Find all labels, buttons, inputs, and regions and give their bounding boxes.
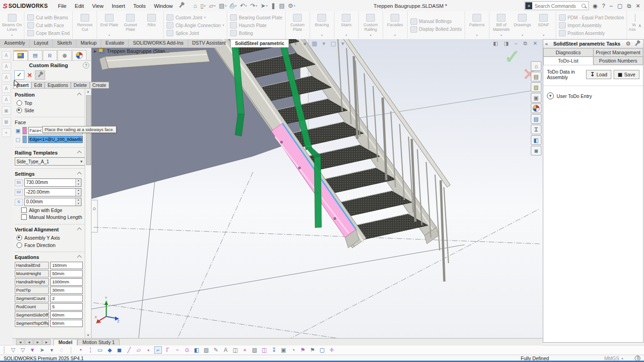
- image-icon[interactable]: ▣: [280, 347, 287, 353]
- tab-layout[interactable]: Layout: [30, 39, 53, 47]
- dropdown-icon[interactable]: ▾: [245, 4, 247, 8]
- ribbon-button-custom-plate[interactable]: Custom Plate: [287, 12, 308, 38]
- balloon-icon[interactable]: A: [2, 73, 11, 82]
- dropdown-icon[interactable]: ▾: [225, 4, 227, 8]
- globe-icon[interactable]: [635, 356, 640, 361]
- model-3d-scene[interactable]: X Y Z: [91, 39, 543, 344]
- value-input[interactable]: -220.00mm▲▼: [24, 188, 81, 196]
- minimize-doc-icon[interactable]: –: [515, 40, 518, 46]
- user-account-icon[interactable]: ◉: [592, 3, 597, 9]
- collapse-chevron-icon[interactable]: [77, 227, 82, 232]
- save-icon[interactable]: ▤▾: [218, 2, 228, 9]
- railing-template-select[interactable]: Side_Type_A_1▼: [15, 157, 85, 166]
- menu-tools[interactable]: Tools: [130, 2, 150, 10]
- dropdown-icon[interactable]: ▾: [266, 4, 268, 8]
- dropdown-icon[interactable]: ▾: [394, 34, 396, 37]
- corner-rectangle-icon[interactable]: ⌐: [155, 347, 161, 353]
- tab-solidworks-add-ins[interactable]: SOLIDWORKS Add-Ins: [129, 39, 188, 47]
- ribbon-button-import-assembly[interactable]: Import Assembly: [558, 22, 626, 29]
- equation-name[interactable]: SegmentSideOffset: [15, 311, 49, 319]
- equation-value-input[interactable]: 5: [50, 303, 83, 310]
- selection-filter-icon[interactable]: ▽: [10, 347, 17, 353]
- ribbon-button-beams-on-lines[interactable]: Beams On Lines▾: [1, 12, 23, 38]
- expand-tree-icon[interactable]: ▶: [94, 49, 97, 53]
- filter-edges-icon[interactable]: ▼: [29, 347, 36, 353]
- spinner-buttons[interactable]: ▲▼: [75, 189, 81, 196]
- home-icon[interactable]: ⌂: [193, 2, 198, 9]
- dropdown-icon[interactable]: ▾: [214, 4, 216, 8]
- flag-left-icon[interactable]: ⚑: [299, 347, 306, 353]
- spell-check-icon[interactable]: A: [2, 95, 11, 104]
- pin-pane-icon[interactable]: [635, 42, 638, 46]
- pane-left-icon[interactable]: ◧: [493, 40, 498, 46]
- linked-note-icon[interactable]: A: [2, 62, 11, 71]
- select-icon[interactable]: ➤▾: [259, 2, 268, 9]
- appearances-scenes-icon[interactable]: [531, 103, 541, 113]
- appearance-tab-icon[interactable]: [72, 50, 86, 60]
- ribbon-button-haunch-plate[interactable]: Haunch Plate: [229, 22, 284, 29]
- checkbox-align-with-edge[interactable]: Align with Edge: [21, 207, 83, 213]
- feature-list-tab-icon[interactable]: ▤: [28, 50, 42, 60]
- hide-show-items-icon[interactable]: ◐: [294, 40, 298, 47]
- spin-up-icon[interactable]: ▲: [76, 189, 81, 192]
- collapse-chevron-icon[interactable]: [77, 172, 82, 176]
- box-select-icon[interactable]: ◧: [193, 347, 200, 353]
- spin-down-icon[interactable]: ▼: [76, 202, 81, 206]
- target-tab-icon[interactable]: ⊕: [58, 50, 72, 60]
- spin-up-icon[interactable]: ▲: [76, 179, 81, 183]
- feature-tree-breadcrumb[interactable]: ▶ Treppen Baugruppe (Stan...: [94, 48, 169, 54]
- ribbon-collapse-chevron[interactable]: ∧: [636, 11, 644, 39]
- menu-view[interactable]: View: [88, 2, 107, 10]
- ribbon-button-custom-joint[interactable]: Custom Joint▾: [165, 14, 225, 21]
- units-dropdown-icon[interactable]: ▲: [621, 357, 624, 360]
- dropdown-icon[interactable]: ▾: [345, 34, 347, 37]
- equation-name[interactable]: HandrailHeight: [15, 278, 49, 286]
- subtab-equations[interactable]: Equations: [45, 82, 70, 88]
- dropdown-icon[interactable]: ▾: [204, 16, 206, 19]
- ribbon-button-remove-cut[interactable]: Remove Cut: [74, 12, 95, 38]
- radio-top[interactable]: Top: [17, 99, 83, 106]
- design-library-icon[interactable]: ▤: [531, 72, 541, 81]
- equation-value-input[interactable]: 50mm: [50, 320, 83, 327]
- confirmation-accept-icon[interactable]: ✓: [504, 46, 520, 68]
- ribbon-button-patterns[interactable]: Patterns▾: [466, 12, 488, 38]
- radio-face-direction[interactable]: Face Direction: [17, 241, 83, 248]
- gear-icon[interactable]: ⚙: [626, 40, 631, 47]
- undo-icon[interactable]: ↶▾: [239, 2, 247, 9]
- view-orientation-icon[interactable]: ▾: [322, 40, 326, 47]
- annotation-pencil-icon[interactable]: ✎: [213, 347, 219, 353]
- tab-assembly[interactable]: Assembly: [0, 39, 30, 47]
- help-icon[interactable]: ?: [83, 62, 89, 69]
- centerline-icon[interactable]: ╎: [87, 347, 94, 353]
- units-label[interactable]: MMGS: [604, 356, 619, 361]
- ok-button[interactable]: ✓: [14, 70, 24, 80]
- options-gear-icon[interactable]: ⚙▾: [287, 2, 296, 9]
- radio-dot[interactable]: [17, 100, 22, 106]
- equation-value-input[interactable]: 1000mm: [50, 278, 83, 286]
- comments-icon[interactable]: ◙: [531, 146, 541, 155]
- pin-menu-icon[interactable]: [179, 4, 183, 8]
- menu-edit[interactable]: Edit: [71, 2, 88, 10]
- subtab-create[interactable]: Create: [90, 82, 109, 88]
- circle-sketch-icon[interactable]: ⊙: [184, 347, 190, 353]
- spin-down-icon[interactable]: ▼: [76, 183, 81, 186]
- ribbon-button-facades[interactable]: Facades▾: [385, 12, 406, 38]
- ribbon-button-cope-beam-end[interactable]: Cope Beam End: [26, 29, 71, 37]
- equation-name[interactable]: SegmentCount: [15, 295, 49, 302]
- tab-project-management[interactable]: Project Management: [593, 48, 644, 57]
- new-document-icon[interactable]: ▯▾: [199, 2, 207, 9]
- dropdown-icon[interactable]: ▾: [476, 34, 478, 37]
- close-window-icon[interactable]: ✕: [636, 3, 640, 9]
- dropdown-icon[interactable]: ▾: [204, 4, 206, 8]
- dropdown-icon[interactable]: ▾: [256, 4, 258, 8]
- ribbon-button-bracing[interactable]: Bracing▾: [311, 12, 333, 38]
- radio-dot[interactable]: [17, 242, 22, 248]
- ribbon-button-pdm-equal-part-detection[interactable]: PDM - Equal Part Detection: [558, 14, 626, 21]
- tab-position-numbers[interactable]: Position Numbers: [593, 57, 644, 65]
- ribbon-button-clip-angle-connection[interactable]: Clip Angle Connection▾: [165, 22, 225, 29]
- plane-icon[interactable]: ▱: [135, 347, 142, 353]
- polyline-icon[interactable]: Γ: [164, 347, 171, 353]
- tab-model[interactable]: Model: [53, 339, 77, 345]
- home-icon[interactable]: ⌂: [531, 61, 541, 71]
- spinner-buttons[interactable]: ▲▼: [75, 179, 81, 186]
